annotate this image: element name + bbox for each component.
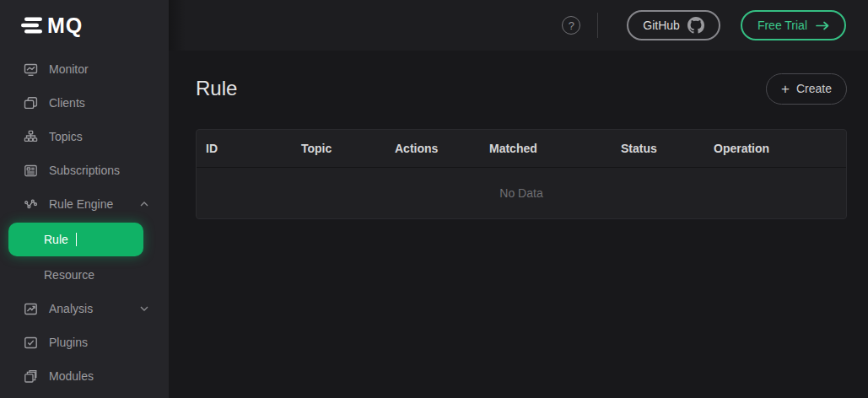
topics-icon [24,130,38,144]
sidebar-item-label: Topics [49,130,83,143]
sidebar-item-topics[interactable]: Topics [0,120,169,153]
chevron-down-icon [140,306,148,311]
sidebar-item-label: Subscriptions [49,164,120,177]
column-header-status: Status [612,142,704,155]
sidebar-item-label: Monitor [49,62,89,76]
sidebar-item-plugins[interactable]: Plugins [0,325,169,359]
column-header-actions: Actions [385,142,480,155]
plugins-icon [24,336,38,350]
emq-logo[interactable]: MQ [0,0,169,51]
emq-logo-text: MQ [47,13,83,38]
github-button-label: GitHub [643,19,680,32]
github-octocat-icon [687,17,704,34]
github-button[interactable]: GitHub [627,10,720,40]
modules-icon [24,369,38,384]
sidebar: MQ Monitor Clients [0,0,169,398]
emq-logo-e-icon [21,15,43,35]
main-content: Rule + Create ID Topic Actions Matched S… [169,51,868,398]
sidebar-menu: Monitor Clients Topics [0,51,169,393]
sidebar-subitem-label: Resource [44,268,94,282]
help-button[interactable]: ? [562,16,580,35]
question-mark-icon: ? [569,19,574,32]
topbar-divider [597,13,598,38]
column-header-operation: Operation [704,142,846,155]
create-button[interactable]: + Create [766,73,847,105]
table-header-row: ID Topic Actions Matched Status Operatio… [197,130,846,168]
arrow-right-icon [816,21,829,30]
text-cursor [76,233,78,246]
rule-engine-icon [24,197,38,212]
column-header-matched: Matched [480,142,612,155]
sidebar-item-label: Modules [49,369,94,383]
column-header-id: ID [197,142,292,155]
table-empty-state: No Data [197,168,846,218]
chevron-up-icon [140,202,148,207]
free-trial-label: Free Trial [757,19,807,32]
sidebar-item-label: Rule Engine [49,197,113,211]
sidebar-item-analysis[interactable]: Analysis [0,292,169,325]
create-button-label: Create [796,82,832,95]
analysis-icon [24,302,38,316]
plus-icon: + [781,82,790,96]
content-header: Rule + Create [196,72,847,105]
topbar: ? GitHub Free Trial [169,0,868,51]
sidebar-item-rule-engine[interactable]: Rule Engine [0,187,169,221]
sidebar-item-clients[interactable]: Clients [0,86,169,120]
sidebar-subitem-rule-selected[interactable]: Rule [8,223,143,256]
emqx-dashboard: MQ Monitor Clients [0,0,868,398]
page-title: Rule [196,77,237,100]
subscriptions-icon [24,164,38,178]
sidebar-item-label: Plugins [49,336,88,349]
monitor-icon [24,62,38,77]
sidebar-item-label: Clients [49,96,85,110]
sidebar-item-monitor[interactable]: Monitor [0,52,169,86]
sidebar-item-modules[interactable]: Modules [0,359,169,393]
sidebar-subitem-resource[interactable]: Resource [0,258,169,292]
sidebar-item-label: Analysis [49,302,93,315]
column-header-topic: Topic [292,142,385,155]
free-trial-button[interactable]: Free Trial [741,10,846,40]
sidebar-subitem-label: Rule [44,233,68,246]
clients-icon [24,96,38,110]
sidebar-item-subscriptions[interactable]: Subscriptions [0,153,169,187]
rules-table: ID Topic Actions Matched Status Operatio… [196,129,847,219]
